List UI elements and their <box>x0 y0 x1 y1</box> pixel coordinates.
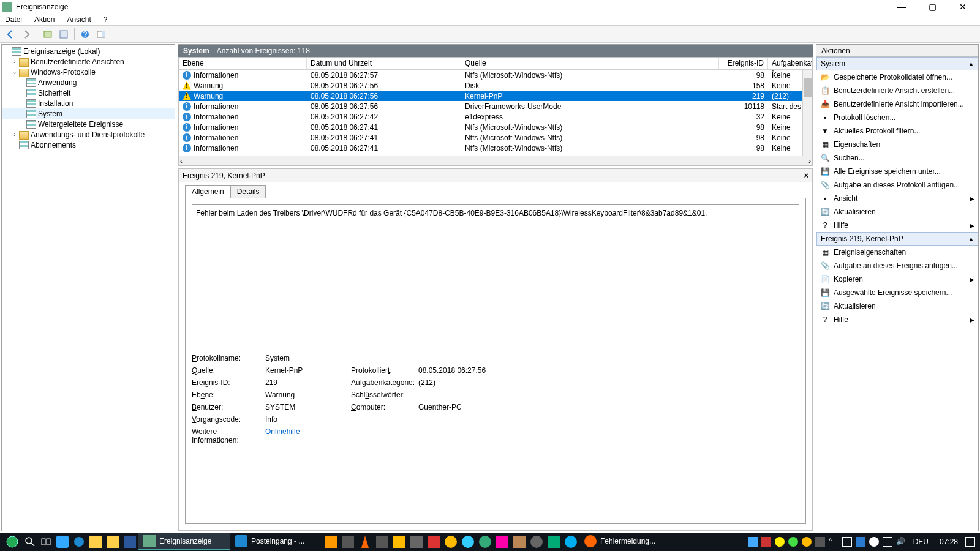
col-source[interactable]: Quelle <box>461 58 719 69</box>
action-item[interactable]: ▪Ansicht▶ <box>816 192 978 205</box>
action-item[interactable]: 💾Ausgewählte Ereignisse speichern... <box>816 286 978 299</box>
table-row[interactable]: iInformationen08.05.2018 06:27:41Ntfs (M… <box>179 132 812 143</box>
menu-view[interactable]: Ansicht <box>67 15 91 24</box>
pinned-app[interactable] <box>442 533 459 550</box>
taskbar-app-firefox[interactable]: Fehlermeldung... <box>579 533 671 550</box>
table-row[interactable]: iInformationen08.05.2018 06:27:41Ntfs (M… <box>179 143 812 153</box>
tray-chevron-icon[interactable]: ^ <box>829 537 839 547</box>
online-help-link[interactable]: Onlinehilfe <box>265 427 300 436</box>
action-item[interactable]: 📎Aufgabe an dieses Ereignis anfügen... <box>816 259 978 272</box>
tray-mail-icon[interactable] <box>842 537 852 547</box>
tray-icon[interactable] <box>788 537 798 547</box>
tab-general[interactable]: Allgemein <box>185 185 231 198</box>
action-item[interactable]: ▦Ereigniseigenschaften <box>816 246 978 259</box>
table-row[interactable]: iInformationen08.05.2018 06:27:41Ntfs (M… <box>179 122 812 132</box>
tray-onedrive-icon[interactable] <box>869 537 879 547</box>
pinned-app[interactable] <box>408 533 425 550</box>
tree-windows-logs[interactable]: ⌄Windows-Protokolle <box>2 67 175 77</box>
tree-item-security[interactable]: Sicherheit <box>2 88 175 98</box>
tray-lang[interactable]: DEU <box>910 538 932 546</box>
system-tray[interactable]: ^ 🔊 DEU 07:28 <box>748 537 978 547</box>
show-hide-tree-button[interactable] <box>41 28 55 41</box>
tree-item-system[interactable]: System <box>2 108 175 119</box>
tray-volume-icon[interactable]: 🔊 <box>896 537 906 547</box>
maximize-button[interactable]: ▢ <box>922 2 942 12</box>
table-row[interactable]: iInformationen08.05.2018 06:27:57Ntfs (M… <box>179 70 812 80</box>
action-item[interactable]: 📎Aufgabe an dieses Protokoll anfügen... <box>816 178 978 192</box>
detail-close-button[interactable]: × <box>804 171 809 180</box>
pinned-app[interactable] <box>528 533 545 550</box>
event-table[interactable]: Ebene Datum und Uhrzeit Quelle Ereignis-… <box>178 57 813 166</box>
pinned-app[interactable] <box>425 533 442 550</box>
pinned-app[interactable] <box>494 533 511 550</box>
tree-pane[interactable]: Ereignisanzeige (Lokal) ›Benutzerdefinie… <box>1 44 175 531</box>
help-button[interactable]: ? <box>78 28 92 41</box>
menu-help[interactable]: ? <box>104 15 108 24</box>
skype-icon[interactable] <box>562 533 579 550</box>
tree-root[interactable]: Ereignisanzeige (Lokal) <box>2 46 175 56</box>
tree-app-service-logs[interactable]: ›Anwendungs- und Dienstprotokolle <box>2 129 175 140</box>
action-item[interactable]: 🔄Aktualisieren <box>816 299 978 313</box>
tray-icon[interactable] <box>815 537 825 547</box>
action-item[interactable]: ▦Eigenschaften <box>816 138 978 151</box>
table-row[interactable]: !Warnung08.05.2018 06:27:56Kernel-PnP219… <box>179 91 812 101</box>
col-date[interactable]: Datum und Uhrzeit <box>307 58 461 69</box>
minimize-button[interactable]: — <box>892 2 911 12</box>
action-item[interactable]: ?Hilfe▶ <box>816 219 978 232</box>
tree-custom-views[interactable]: ›Benutzerdefinierte Ansichten <box>2 56 175 67</box>
vertical-scrollbar[interactable] <box>802 70 812 156</box>
action-item[interactable]: 🔄Aktualisieren <box>816 205 978 219</box>
horizontal-scrollbar[interactable]: ‹› <box>179 156 812 165</box>
col-eventid[interactable]: Ereignis-ID <box>719 58 768 69</box>
action-item[interactable]: 🔍Suchen... <box>816 151 978 165</box>
tree-item-forwarded[interactable]: Weitergeleitete Ereignisse <box>2 119 175 129</box>
pinned-app[interactable] <box>374 533 391 550</box>
action-item[interactable]: ▼Aktuelles Protokoll filtern... <box>816 124 978 138</box>
tray-icon[interactable] <box>748 537 758 547</box>
pinned-app[interactable] <box>339 533 356 550</box>
store-icon[interactable] <box>104 533 121 550</box>
action-item[interactable]: ?Hilfe▶ <box>816 313 978 326</box>
tray-notifications-icon[interactable] <box>965 537 975 547</box>
pinned-app[interactable] <box>391 533 408 550</box>
action-item[interactable]: ▪Protokoll löschen... <box>816 111 978 124</box>
table-row[interactable]: iInformationen08.05.2018 06:27:42e1dexpr… <box>179 111 812 122</box>
tree-item-application[interactable]: Anwendung <box>2 77 175 88</box>
pinned-app[interactable] <box>511 533 528 550</box>
col-task[interactable]: Aufgabenkate ^ <box>768 58 812 69</box>
tray-icon[interactable] <box>775 537 785 547</box>
taskbar-app-eventviewer[interactable]: Ereignisanzeige <box>138 533 230 550</box>
tab-details[interactable]: Details <box>230 185 266 198</box>
tray-icon[interactable] <box>802 537 812 547</box>
start-button[interactable] <box>2 534 22 550</box>
task-view-button[interactable] <box>38 533 54 550</box>
tree-subscriptions[interactable]: Abonnements <box>2 140 175 150</box>
back-button[interactable] <box>4 28 17 41</box>
taskbar-app-mail[interactable]: Posteingang - ... <box>230 533 322 550</box>
action-item[interactable]: 📄Kopieren▶ <box>816 272 978 286</box>
tray-bluetooth-icon[interactable] <box>856 537 865 547</box>
col-level[interactable]: Ebene <box>179 58 307 69</box>
action-item[interactable]: 📋Benutzerdefinierte Ansicht erstellen... <box>816 84 978 97</box>
edge-icon[interactable] <box>71 533 87 550</box>
explorer-icon[interactable] <box>87 533 104 550</box>
menu-action[interactable]: Aktion <box>34 15 55 24</box>
pinned-app[interactable] <box>54 533 71 550</box>
pinned-app[interactable] <box>322 533 339 550</box>
pinned-app[interactable] <box>545 533 562 550</box>
properties-button[interactable] <box>57 28 70 41</box>
tray-network-icon[interactable] <box>883 537 892 547</box>
forward-button[interactable] <box>20 28 33 41</box>
menu-file[interactable]: Datei <box>5 15 22 24</box>
table-row[interactable]: !Warnung08.05.2018 06:27:56Disk158Keine <box>179 80 812 91</box>
close-button[interactable]: ✕ <box>953 2 973 12</box>
taskbar[interactable]: Ereignisanzeige Posteingang - ... Fehler… <box>0 533 980 551</box>
tray-clock[interactable]: 07:28 <box>936 538 962 546</box>
tree-item-setup[interactable]: Installation <box>2 98 175 108</box>
tray-icon[interactable] <box>761 537 771 547</box>
action-pane-button[interactable] <box>94 28 108 41</box>
pinned-app[interactable] <box>477 533 494 550</box>
vlc-icon[interactable] <box>356 533 374 550</box>
action-item[interactable]: 📥Benutzerdefinierte Ansicht importieren.… <box>816 97 978 111</box>
action-item[interactable]: 💾Alle Ereignisse speichern unter... <box>816 165 978 178</box>
